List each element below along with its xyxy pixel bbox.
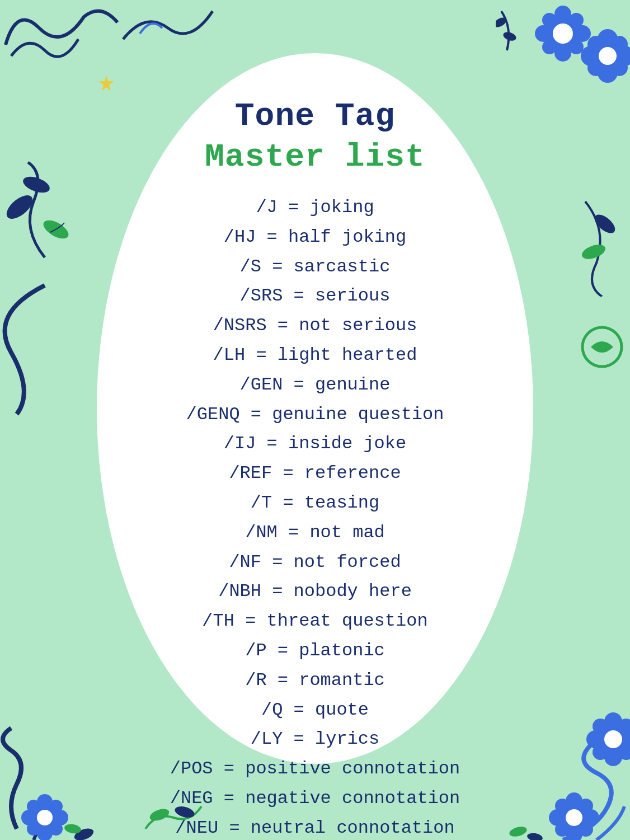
tone-tag-item: /P = platonic (130, 636, 500, 666)
page-subtitle: Master list (205, 139, 425, 175)
tone-tag-item: /NEU = neutral connotation (130, 814, 500, 840)
tone-tag-item: /S = sarcastic (130, 252, 500, 282)
tone-tag-item: /J = joking (130, 193, 500, 223)
tone-tag-item: /GEN = genuine (130, 370, 500, 400)
tone-tag-item: /Q = quote (130, 696, 500, 725)
tone-tag-list: /J = joking/HJ = half joking/S = sarcast… (130, 193, 500, 840)
tone-tag-item: /R = romantic (130, 666, 500, 696)
tone-tag-item: /NM = not mad (130, 518, 500, 548)
tone-tag-item: /NF = not forced (130, 548, 500, 578)
tone-tag-item: /POS = positive connotation (130, 754, 500, 784)
tone-tag-item: /HJ = half joking (130, 223, 500, 252)
tone-tag-item: /GENQ = genuine question (130, 400, 500, 430)
tone-tag-item: /REF = reference (130, 459, 500, 489)
tone-tag-item: /SRS = serious (130, 281, 500, 311)
tone-tag-item: /LH = light hearted (130, 341, 500, 370)
tone-tag-item: /T = teasing (130, 489, 500, 518)
tone-tag-item: /LY = lyrics (130, 725, 500, 754)
tone-tag-item: /NEG = negative connotation (130, 784, 500, 814)
tone-tag-item: /NBH = nobody here (130, 577, 500, 607)
tone-tag-item: /NSRS = not serious (130, 311, 500, 341)
page-title: Tone Tag (235, 98, 395, 134)
tone-tag-item: /IJ = inside joke (130, 429, 500, 459)
tone-tag-item: /TH = threat question (130, 607, 500, 636)
oval-card: Tone Tag Master list /J = joking/HJ = ha… (97, 53, 533, 764)
